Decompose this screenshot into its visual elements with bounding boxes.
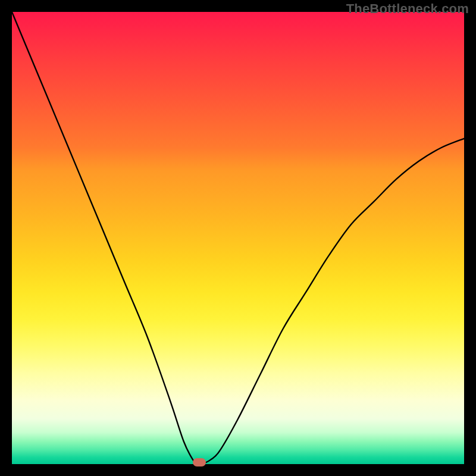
watermark-text: TheBottleneck.com xyxy=(346,1,469,17)
minimum-marker xyxy=(193,458,206,466)
outer-frame: TheBottleneck.com xyxy=(0,0,476,476)
bottleneck-curve xyxy=(0,0,476,476)
